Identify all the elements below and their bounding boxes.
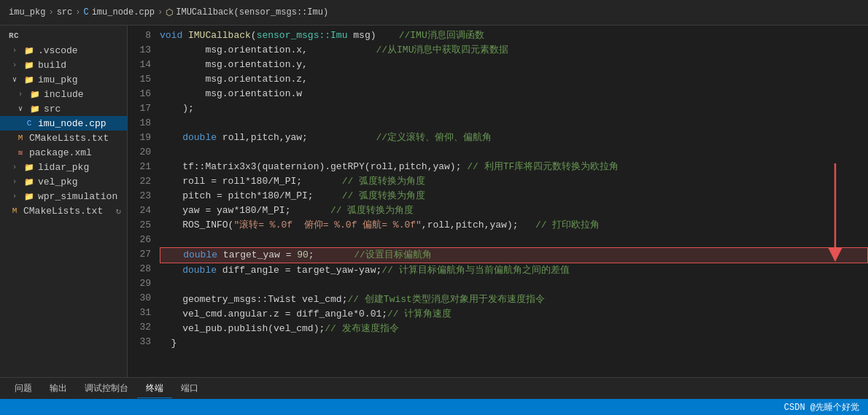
sidebar-item-wprsim[interactable]: › 📁 wpr_simulation <box>0 189 127 203</box>
chevron-right-icon: › <box>9 44 20 56</box>
sidebar-item-package[interactable]: ≋ package.xml <box>0 145 127 160</box>
xml-icon: ≋ <box>15 147 26 158</box>
code-line-20 <box>160 145 868 160</box>
bottom-tab-bar: 问题 输出 调试控制台 终端 端口 <box>0 377 868 399</box>
code-area: 8 13 14 15 16 17 18 19 20 21 22 23 24 25… <box>128 26 868 377</box>
cmake-icon: M <box>15 132 26 144</box>
folder-icon: 📁 <box>23 176 35 187</box>
tab-problems[interactable]: 问题 <box>6 379 41 398</box>
tab-ports[interactable]: 端口 <box>172 379 207 398</box>
chevron-right-icon: › <box>9 190 20 202</box>
sidebar-label-wprsim: wpr_simulation <box>38 191 117 202</box>
sidebar-label-cmake-root: CMakeLists.txt <box>23 206 103 217</box>
code-line-15: msg.orientation.z, <box>160 72 868 87</box>
code-line-25: ROS_INFO("滚转= %.0f 俯仰= %.0f 偏航= %.0f",ro… <box>160 218 868 233</box>
sidebar-label-build: build <box>38 60 66 71</box>
sidebar-item-imupkg[interactable]: ∨ 📁 imu_pkg <box>0 72 127 87</box>
sidebar-item-lidarpkg[interactable]: › 📁 lidar_pkg <box>0 160 127 174</box>
chevron-right-icon: › <box>9 176 20 187</box>
sidebar-title: RC <box>0 26 127 43</box>
breadcrumb-sep-3: › <box>158 7 163 18</box>
code-line-33: } <box>160 336 868 351</box>
code-line-14: msg.orientation.y, <box>160 58 868 72</box>
breadcrumb-bar: imu_pkg › src › C imu_node.cpp › ⬡ IMUCa… <box>0 0 868 26</box>
code-lines: void IMUCallback(sensor_msgs::Imu msg) /… <box>157 28 868 377</box>
sidebar-item-build[interactable]: › 📁 build <box>0 58 127 72</box>
code-line-22: roll = roll*180/M_PI; // 弧度转换为角度 <box>160 174 868 189</box>
code-line-29 <box>160 278 868 292</box>
main-layout: RC › 📁 .vscode › 📁 build ∨ 📁 imu_pkg › 📁… <box>0 26 868 377</box>
cpp-file-icon: C <box>83 7 88 18</box>
code-editor[interactable]: 8 13 14 15 16 17 18 19 20 21 22 23 24 25… <box>128 26 868 377</box>
breadcrumb-file[interactable]: imu_node.cpp <box>92 7 155 18</box>
code-line-30: geometry_msgs::Twist vel_cmd;// 创建Twist类… <box>160 292 868 307</box>
status-label: CSDN @先睡个好觉 <box>784 401 859 414</box>
sidebar-item-velpkg[interactable]: › 📁 vel_pkg <box>0 174 127 189</box>
cpp-file-icon: C <box>23 117 35 129</box>
sidebar-label-package: package.xml <box>29 147 92 158</box>
folder-icon: 📁 <box>23 44 35 56</box>
folder-icon: 📁 <box>29 103 41 115</box>
code-line-18 <box>160 116 868 131</box>
code-line-27: double target_yaw = 90; //设置目标偏航角 <box>160 247 868 263</box>
sidebar-label-src: src <box>44 104 61 115</box>
code-line-13: msg.orientation.x, //从IMU消息中获取四元素数据 <box>160 43 868 58</box>
breadcrumb-imu-pkg[interactable]: imu_pkg <box>9 7 45 18</box>
sidebar-label-vscode: .vscode <box>38 45 78 56</box>
sidebar-label-lidarpkg: lidar_pkg <box>38 162 89 173</box>
sidebar-label-imupkg: imu_pkg <box>38 74 78 85</box>
breadcrumb-sep-1: › <box>48 7 53 18</box>
status-bar: CSDN @先睡个好觉 <box>0 399 868 415</box>
breadcrumb-sep-2: › <box>75 7 80 18</box>
code-line-26 <box>160 233 868 247</box>
sidebar-label-imunode: imu_node.cpp <box>38 118 106 129</box>
sidebar-item-vscode[interactable]: › 📁 .vscode <box>0 43 127 58</box>
code-line-19: double roll,pitch,yaw; //定义滚转、俯仰、偏航角 <box>160 131 868 145</box>
sidebar-item-imunode[interactable]: C imu_node.cpp <box>0 116 127 131</box>
folder-icon: 📁 <box>23 190 35 202</box>
sidebar-item-cmake-root[interactable]: M CMakeLists.txt ↻ <box>0 203 127 218</box>
chevron-down-icon: ∨ <box>9 74 20 85</box>
tab-debug-console[interactable]: 调试控制台 <box>76 379 137 398</box>
code-line-23: pitch = pitch*180/M_PI; // 弧度转换为角度 <box>160 189 868 203</box>
folder-icon: 📁 <box>23 59 35 71</box>
refresh-icon: ↻ <box>116 206 121 217</box>
code-line-8: void IMUCallback(sensor_msgs::Imu msg) /… <box>160 28 868 43</box>
code-line-17: ); <box>160 101 868 116</box>
code-line-16: msg.orientation.w <box>160 87 868 101</box>
code-line-31: vel_cmd.angular.z = diff_angle*0.01;// 计… <box>160 307 868 322</box>
folder-icon: 📁 <box>23 74 35 85</box>
sidebar-item-src[interactable]: ∨ 📁 src <box>0 101 127 116</box>
chevron-right-icon: › <box>15 88 26 100</box>
code-line-32: vel_pub.publish(vel_cmd);// 发布速度指令 <box>160 322 868 336</box>
breadcrumb-function: IMUCallback(sensor_msgs::Imu) <box>176 7 328 18</box>
sidebar-item-cmake-imu[interactable]: M CMakeLists.txt <box>0 131 127 145</box>
code-line-24: yaw = yaw*180/M_PI; // 弧度转换为角度 <box>160 203 868 218</box>
tab-terminal[interactable]: 终端 <box>137 379 172 398</box>
code-line-21: tf::Matrix3x3(quaternion).getRPY(roll,pi… <box>160 160 868 174</box>
folder-icon: 📁 <box>29 88 41 100</box>
chevron-down-icon: ∨ <box>15 103 26 115</box>
sidebar: RC › 📁 .vscode › 📁 build ∨ 📁 imu_pkg › 📁… <box>0 26 128 377</box>
sidebar-item-include[interactable]: › 📁 include <box>0 87 127 101</box>
breadcrumb-src[interactable]: src <box>57 7 73 18</box>
sidebar-label-include: include <box>44 89 84 100</box>
folder-icon: 📁 <box>23 161 35 173</box>
line-numbers: 8 13 14 15 16 17 18 19 20 21 22 23 24 25… <box>128 28 157 377</box>
tab-output[interactable]: 输出 <box>41 379 76 398</box>
breadcrumb-func-icon: ⬡ <box>166 7 173 18</box>
sidebar-label-cmake-imu: CMakeLists.txt <box>29 133 109 144</box>
code-line-28: double diff_angle = target_yaw-yaw;// 计算… <box>160 263 868 278</box>
chevron-right-icon: › <box>9 161 20 173</box>
sidebar-label-velpkg: vel_pkg <box>38 177 78 187</box>
chevron-right-icon: › <box>9 59 20 71</box>
cmake-root-icon: M <box>9 205 20 217</box>
